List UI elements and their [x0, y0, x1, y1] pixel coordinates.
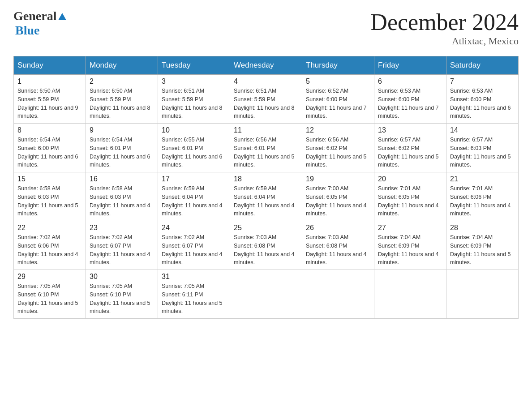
day-number: 29: [17, 273, 82, 281]
day-info: Sunrise: 6:53 AMSunset: 6:00 PMDaylight:…: [450, 87, 515, 120]
day-number: 5: [306, 77, 370, 86]
calendar-cell: 6 Sunrise: 6:53 AMSunset: 6:00 PMDayligh…: [374, 75, 446, 124]
day-number: 7: [450, 77, 515, 86]
calendar-cell: 28 Sunrise: 7:04 AMSunset: 6:09 PMDaylig…: [446, 221, 519, 270]
day-info: Sunrise: 7:02 AMSunset: 6:06 PMDaylight:…: [17, 233, 82, 267]
calendar-cell: 23 Sunrise: 7:02 AMSunset: 6:07 PMDaylig…: [86, 221, 158, 270]
calendar-cell: 22 Sunrise: 7:02 AMSunset: 6:06 PMDaylig…: [14, 221, 86, 270]
calendar-cell: 15 Sunrise: 6:58 AMSunset: 6:03 PMDaylig…: [14, 172, 86, 221]
day-number: 2: [90, 77, 154, 86]
calendar-header-saturday: Saturday: [446, 56, 519, 75]
location: Atlixtac, Mexico: [370, 35, 519, 47]
day-number: 14: [450, 126, 515, 134]
calendar-week-row: 22 Sunrise: 7:02 AMSunset: 6:06 PMDaylig…: [14, 221, 519, 270]
day-number: 16: [90, 175, 154, 183]
day-info: Sunrise: 7:05 AMSunset: 6:10 PMDaylight:…: [17, 282, 82, 316]
title-section: December 2024 Atlixtac, Mexico: [370, 9, 519, 47]
day-info: Sunrise: 6:59 AMSunset: 6:04 PMDaylight:…: [234, 184, 298, 218]
day-info: Sunrise: 6:59 AMSunset: 6:04 PMDaylight:…: [162, 184, 226, 218]
calendar-cell: [302, 270, 374, 319]
day-info: Sunrise: 6:58 AMSunset: 6:03 PMDaylight:…: [90, 184, 154, 218]
day-info: Sunrise: 7:02 AMSunset: 6:07 PMDaylight:…: [162, 233, 226, 267]
day-number: 13: [378, 126, 442, 134]
logo-general-text: General: [13, 9, 56, 23]
logo: General Blue: [13, 9, 67, 38]
calendar-cell: [446, 270, 519, 319]
svg-marker-0: [58, 13, 66, 20]
calendar-cell: 11 Sunrise: 6:56 AMSunset: 6:01 PMDaylig…: [230, 124, 302, 172]
calendar-cell: 9 Sunrise: 6:54 AMSunset: 6:01 PMDayligh…: [86, 124, 158, 172]
day-info: Sunrise: 7:05 AMSunset: 6:10 PMDaylight:…: [90, 282, 154, 316]
day-number: 6: [378, 77, 442, 86]
day-info: Sunrise: 7:02 AMSunset: 6:07 PMDaylight:…: [90, 233, 154, 267]
day-info: Sunrise: 7:01 AMSunset: 6:05 PMDaylight:…: [378, 184, 442, 218]
calendar-cell: 10 Sunrise: 6:55 AMSunset: 6:01 PMDaylig…: [158, 124, 230, 172]
calendar-cell: 31 Sunrise: 7:05 AMSunset: 6:11 PMDaylig…: [158, 270, 230, 319]
day-number: 4: [234, 77, 298, 86]
day-number: 25: [234, 224, 298, 232]
day-info: Sunrise: 6:50 AMSunset: 5:59 PMDaylight:…: [17, 87, 82, 120]
day-info: Sunrise: 6:55 AMSunset: 6:01 PMDaylight:…: [162, 136, 226, 169]
calendar-header-monday: Monday: [86, 56, 158, 75]
day-number: 17: [162, 175, 226, 183]
calendar-week-row: 1 Sunrise: 6:50 AMSunset: 5:59 PMDayligh…: [14, 75, 519, 124]
day-number: 28: [450, 224, 515, 232]
day-number: 3: [162, 77, 226, 86]
day-info: Sunrise: 6:54 AMSunset: 6:00 PMDaylight:…: [17, 136, 82, 169]
calendar-cell: 14 Sunrise: 6:57 AMSunset: 6:03 PMDaylig…: [446, 124, 519, 172]
day-number: 23: [90, 224, 154, 232]
day-number: 8: [17, 126, 82, 134]
calendar-cell: 2 Sunrise: 6:50 AMSunset: 5:59 PMDayligh…: [86, 75, 158, 124]
calendar-cell: 20 Sunrise: 7:01 AMSunset: 6:05 PMDaylig…: [374, 172, 446, 221]
day-number: 9: [90, 126, 154, 134]
day-number: 19: [306, 175, 370, 183]
day-number: 31: [162, 273, 226, 281]
month-title: December 2024: [370, 9, 519, 35]
calendar-cell: 7 Sunrise: 6:53 AMSunset: 6:00 PMDayligh…: [446, 75, 519, 124]
day-info: Sunrise: 6:52 AMSunset: 6:00 PMDaylight:…: [306, 87, 370, 120]
day-info: Sunrise: 6:57 AMSunset: 6:02 PMDaylight:…: [378, 136, 442, 169]
calendar-header-wednesday: Wednesday: [230, 56, 302, 75]
day-info: Sunrise: 6:56 AMSunset: 6:02 PMDaylight:…: [306, 136, 370, 169]
day-number: 18: [234, 175, 298, 183]
day-info: Sunrise: 6:51 AMSunset: 5:59 PMDaylight:…: [162, 87, 226, 120]
calendar-cell: 17 Sunrise: 6:59 AMSunset: 6:04 PMDaylig…: [158, 172, 230, 221]
calendar-cell: 18 Sunrise: 6:59 AMSunset: 6:04 PMDaylig…: [230, 172, 302, 221]
day-number: 20: [378, 175, 442, 183]
calendar-cell: 25 Sunrise: 7:03 AMSunset: 6:08 PMDaylig…: [230, 221, 302, 270]
day-info: Sunrise: 7:00 AMSunset: 6:05 PMDaylight:…: [306, 184, 370, 218]
calendar-cell: [230, 270, 302, 319]
day-number: 27: [378, 224, 442, 232]
day-number: 24: [162, 224, 226, 232]
calendar-cell: 30 Sunrise: 7:05 AMSunset: 6:10 PMDaylig…: [86, 270, 158, 319]
calendar-cell: [374, 270, 446, 319]
page-header: General Blue December 2024 Atlixtac, Mex…: [13, 9, 519, 47]
calendar-cell: 16 Sunrise: 6:58 AMSunset: 6:03 PMDaylig…: [86, 172, 158, 221]
calendar-cell: 8 Sunrise: 6:54 AMSunset: 6:00 PMDayligh…: [14, 124, 86, 172]
calendar-header-row: SundayMondayTuesdayWednesdayThursdayFrid…: [14, 56, 519, 75]
calendar-week-row: 29 Sunrise: 7:05 AMSunset: 6:10 PMDaylig…: [14, 270, 519, 319]
calendar-cell: 12 Sunrise: 6:56 AMSunset: 6:02 PMDaylig…: [302, 124, 374, 172]
logo-triangle-icon: [57, 12, 67, 21]
day-number: 26: [306, 224, 370, 232]
day-number: 15: [17, 175, 82, 183]
day-info: Sunrise: 7:01 AMSunset: 6:06 PMDaylight:…: [450, 184, 515, 218]
calendar-cell: 13 Sunrise: 6:57 AMSunset: 6:02 PMDaylig…: [374, 124, 446, 172]
day-info: Sunrise: 7:04 AMSunset: 6:09 PMDaylight:…: [378, 233, 442, 267]
day-info: Sunrise: 6:51 AMSunset: 5:59 PMDaylight:…: [234, 87, 298, 120]
day-number: 30: [90, 273, 154, 281]
calendar-cell: 21 Sunrise: 7:01 AMSunset: 6:06 PMDaylig…: [446, 172, 519, 221]
logo-blue-text: Blue: [15, 23, 39, 37]
calendar-cell: 26 Sunrise: 7:03 AMSunset: 6:08 PMDaylig…: [302, 221, 374, 270]
calendar-cell: 4 Sunrise: 6:51 AMSunset: 5:59 PMDayligh…: [230, 75, 302, 124]
calendar-table: SundayMondayTuesdayWednesdayThursdayFrid…: [13, 56, 519, 319]
day-info: Sunrise: 6:54 AMSunset: 6:01 PMDaylight:…: [90, 136, 154, 169]
calendar-header-thursday: Thursday: [302, 56, 374, 75]
day-info: Sunrise: 6:57 AMSunset: 6:03 PMDaylight:…: [450, 136, 515, 169]
calendar-header-tuesday: Tuesday: [158, 56, 230, 75]
day-info: Sunrise: 6:50 AMSunset: 5:59 PMDaylight:…: [90, 87, 154, 120]
day-number: 21: [450, 175, 515, 183]
calendar-cell: 27 Sunrise: 7:04 AMSunset: 6:09 PMDaylig…: [374, 221, 446, 270]
day-number: 10: [162, 126, 226, 134]
calendar-cell: 1 Sunrise: 6:50 AMSunset: 5:59 PMDayligh…: [14, 75, 86, 124]
